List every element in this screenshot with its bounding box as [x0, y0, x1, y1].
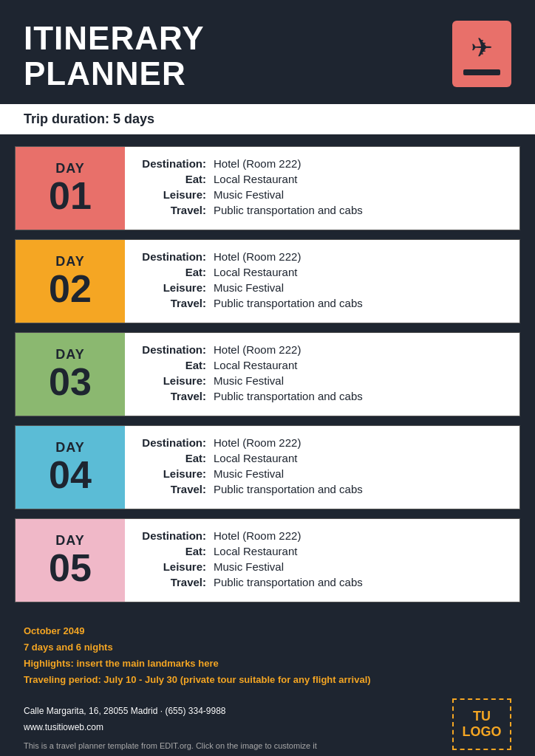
detail-leisure-2: Leisure: Music Festival	[140, 281, 505, 294]
detail-destination-1: Destination: Hotel (Room 222)	[140, 157, 505, 170]
detail-travel-5: Travel: Public transportation and cabs	[140, 576, 505, 588]
footer-line-2: 7 days and 6 nights	[24, 639, 511, 656]
day-label-1: DAY 01	[16, 147, 125, 230]
day-details-1: Destination: Hotel (Room 222) Eat: Local…	[125, 147, 519, 230]
day-label-3: DAY 03	[16, 333, 125, 416]
day-details-2: Destination: Hotel (Room 222) Eat: Local…	[125, 240, 519, 323]
day-label-5: DAY 05	[16, 519, 125, 602]
day-row: DAY 05 Destination: Hotel (Room 222) Eat…	[15, 518, 520, 602]
footer-address: Calle Margarita, 16, 28055 Madrid · (655…	[24, 704, 317, 720]
day-details-5: Destination: Hotel (Room 222) Eat: Local…	[125, 519, 519, 602]
day-row: DAY 03 Destination: Hotel (Room 222) Eat…	[15, 332, 520, 416]
page-title: ITINERARY PLANNER	[24, 21, 205, 92]
trip-duration-label: Trip duration: 5 days	[24, 111, 154, 126]
footer-bottom: Calle Margarita, 16, 28055 Madrid · (655…	[24, 698, 511, 750]
footer-logo: TULOGO	[452, 698, 511, 750]
main-content: DAY 01 Destination: Hotel (Room 222) Eat…	[0, 134, 535, 611]
footer-disclaimer: This is a travel planner template from E…	[24, 741, 317, 750]
day-num-2: 02	[49, 269, 92, 308]
detail-leisure-1: Leisure: Music Festival	[140, 188, 505, 201]
detail-destination-4: Destination: Hotel (Room 222)	[140, 436, 505, 449]
footer-website: www.tusitioweb.com	[24, 720, 317, 736]
footer-contact: Calle Margarita, 16, 28055 Madrid · (655…	[24, 704, 317, 750]
detail-travel-2: Travel: Public transportation and cabs	[140, 297, 505, 309]
detail-eat-3: Eat: Local Restaurant	[140, 359, 505, 371]
detail-destination-2: Destination: Hotel (Room 222)	[140, 250, 505, 263]
detail-leisure-3: Leisure: Music Festival	[140, 374, 505, 387]
footer: October 2049 7 days and 6 nights Highlig…	[0, 611, 535, 756]
detail-eat-4: Eat: Local Restaurant	[140, 452, 505, 464]
detail-travel-4: Travel: Public transportation and cabs	[140, 483, 505, 495]
detail-leisure-5: Leisure: Music Festival	[140, 560, 505, 573]
detail-eat-2: Eat: Local Restaurant	[140, 266, 505, 278]
day-details-3: Destination: Hotel (Room 222) Eat: Local…	[125, 333, 519, 416]
day-details-4: Destination: Hotel (Room 222) Eat: Local…	[125, 426, 519, 509]
detail-eat-1: Eat: Local Restaurant	[140, 173, 505, 185]
plane-icon: ✈	[471, 32, 493, 63]
detail-leisure-4: Leisure: Music Festival	[140, 467, 505, 480]
day-num-5: 05	[49, 549, 92, 587]
detail-destination-3: Destination: Hotel (Room 222)	[140, 343, 505, 356]
day-row: DAY 02 Destination: Hotel (Room 222) Eat…	[15, 239, 520, 323]
day-row: DAY 04 Destination: Hotel (Room 222) Eat…	[15, 425, 520, 509]
logo-lines	[463, 69, 500, 75]
detail-eat-5: Eat: Local Restaurant	[140, 545, 505, 557]
footer-line-1: October 2049	[24, 623, 511, 639]
day-label-2: DAY 02	[16, 240, 125, 323]
detail-travel-1: Travel: Public transportation and cabs	[140, 204, 505, 216]
footer-highlights: October 2049 7 days and 6 nights Highlig…	[24, 623, 511, 688]
header-logo: ✈	[452, 21, 511, 87]
day-num-3: 03	[49, 362, 92, 401]
page: ITINERARY PLANNER ✈ Trip duration: 5 day…	[0, 0, 535, 756]
footer-line-3: Highlights: insert the main landmarks he…	[24, 656, 511, 672]
day-num-1: 01	[49, 176, 92, 215]
trip-duration-bar: Trip duration: 5 days	[0, 104, 535, 134]
header: ITINERARY PLANNER ✈	[0, 0, 535, 104]
day-label-4: DAY 04	[16, 426, 125, 509]
day-num-4: 04	[49, 456, 92, 494]
day-row: DAY 01 Destination: Hotel (Room 222) Eat…	[15, 146, 520, 230]
footer-line-4: Traveling period: July 10 - July 30 (pri…	[24, 672, 511, 688]
detail-destination-5: Destination: Hotel (Room 222)	[140, 529, 505, 542]
detail-travel-3: Travel: Public transportation and cabs	[140, 390, 505, 402]
